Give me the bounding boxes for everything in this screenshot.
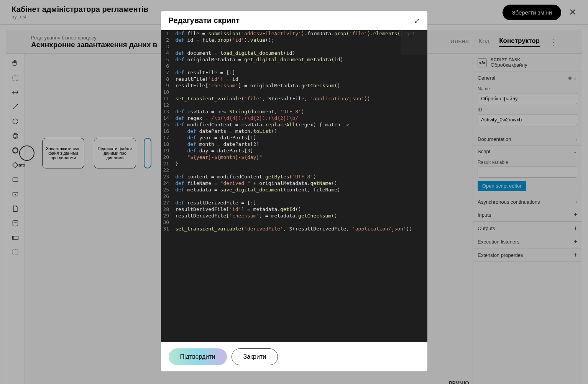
- minimap[interactable]: [401, 30, 427, 55]
- code-editor[interactable]: 1234567891011121314151617181920212223242…: [161, 30, 427, 342]
- close-button[interactable]: Закрити: [232, 348, 278, 365]
- line-gutter: 1234567891011121314151617181920212223242…: [161, 30, 176, 342]
- modal-title: Редагувати скрипт: [169, 16, 240, 25]
- script-editor-modal: Редагувати скрипт ⤢ 12345678910111213141…: [161, 11, 427, 371]
- modal-footer: Підтвердити Закрити: [161, 342, 427, 371]
- expand-icon[interactable]: ⤢: [414, 16, 420, 25]
- code-content[interactable]: def file = submission('addCsvFileActivit…: [175, 30, 427, 342]
- confirm-button[interactable]: Підтвердити: [169, 348, 227, 365]
- modal-header: Редагувати скрипт ⤢: [161, 11, 427, 30]
- modal-overlay: Редагувати скрипт ⤢ 12345678910111213141…: [0, 0, 588, 384]
